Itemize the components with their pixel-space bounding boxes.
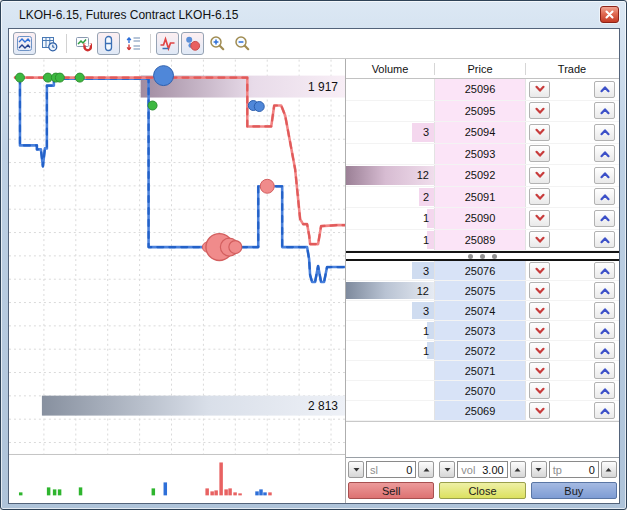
sell-at-price-button[interactable]: [529, 102, 550, 119]
tp-decrement-button[interactable]: [531, 461, 547, 478]
buy-at-price-button[interactable]: [594, 402, 615, 419]
buy-at-price-button[interactable]: [594, 145, 615, 162]
buy-at-price-button[interactable]: [594, 382, 615, 399]
buy-at-price-button[interactable]: [594, 231, 615, 248]
price-cell[interactable]: 25095: [435, 101, 526, 122]
sl-increment-button[interactable]: [418, 461, 434, 478]
vol-field[interactable]: vol 3.00: [457, 461, 507, 478]
sell-at-price-button[interactable]: [529, 124, 550, 141]
sell-at-price-button[interactable]: [529, 342, 550, 359]
buy-at-price-button[interactable]: [594, 210, 615, 227]
sl-decrement-button[interactable]: [348, 461, 364, 478]
price-cell[interactable]: 25076: [435, 261, 526, 280]
price-cell[interactable]: 25093: [435, 144, 526, 165]
dom-chart-area: 1 9172 813: [9, 59, 345, 503]
buy-at-price-button[interactable]: [594, 302, 615, 319]
trade-controls: sl 0 vol 3.00: [346, 457, 619, 503]
buy-at-price-button[interactable]: [594, 282, 615, 299]
chart-settings-button[interactable]: [72, 32, 95, 55]
close-button[interactable]: [600, 6, 619, 23]
triangle-up-icon: [513, 465, 522, 474]
sell-at-price-button[interactable]: [529, 382, 550, 399]
price-cell[interactable]: 25096: [435, 79, 526, 100]
sl-field[interactable]: sl 0: [366, 461, 416, 478]
price-line-button[interactable]: [156, 32, 179, 55]
close-position-button[interactable]: Close: [439, 482, 525, 499]
bid-rows: 3250761225075325074125073125072250712507…: [346, 261, 619, 422]
tp-field[interactable]: tp 0: [549, 461, 599, 478]
buy-at-price-button[interactable]: [594, 342, 615, 359]
triangle-down-icon: [443, 465, 452, 474]
sell-at-price-button[interactable]: [529, 322, 550, 339]
dom-row-bid: 125072: [346, 341, 619, 361]
histogram-bar: [79, 487, 82, 495]
volume-cell: [346, 101, 435, 122]
zoom-out-button[interactable]: [231, 32, 254, 55]
toolbar-separator: [150, 34, 151, 53]
buy-at-price-button[interactable]: [594, 322, 615, 339]
sell-at-price-button[interactable]: [529, 231, 550, 248]
price-cell[interactable]: 25092: [435, 165, 526, 186]
window-title: LKOH-6.15, Futures Contract LKOH-6.15: [19, 8, 238, 22]
zoom-in-button[interactable]: [206, 32, 229, 55]
dom-row-ask: 25096: [346, 79, 619, 101]
sell-at-price-button[interactable]: [529, 81, 550, 98]
price-cell[interactable]: 25073: [435, 321, 526, 340]
price-cell[interactable]: 25069: [435, 401, 526, 420]
buy-at-price-button[interactable]: [594, 81, 615, 98]
volume-cell: 1: [346, 341, 435, 360]
price-cell[interactable]: 25071: [435, 361, 526, 380]
deals-bubbles-button[interactable]: [181, 32, 204, 55]
volume-value: 1: [423, 325, 434, 337]
sell-at-price-button[interactable]: [529, 302, 550, 319]
price-cell[interactable]: 25074: [435, 301, 526, 320]
trade-cell: [526, 381, 618, 400]
sell-at-price-button[interactable]: [529, 402, 550, 419]
buy-at-price-button[interactable]: [594, 188, 615, 205]
sell-at-price-button[interactable]: [529, 262, 550, 279]
buy-at-price-button[interactable]: [594, 102, 615, 119]
price-cell[interactable]: 25090: [435, 208, 526, 229]
sell-at-price-button[interactable]: [529, 145, 550, 162]
price-cell[interactable]: 25094: [435, 122, 526, 143]
chart-zigzag-icon: [16, 35, 33, 52]
buy-at-price-button[interactable]: [594, 124, 615, 141]
volume-cell: 1: [346, 321, 435, 340]
take-profit-stepper: tp 0: [531, 461, 617, 478]
vol-increment-button[interactable]: [510, 461, 526, 478]
vol-decrement-button[interactable]: [439, 461, 455, 478]
buy-button[interactable]: Buy: [531, 482, 617, 499]
sell-at-price-button[interactable]: [529, 210, 550, 227]
tp-increment-button[interactable]: [601, 461, 617, 478]
volume-value: 2: [423, 191, 434, 203]
dom-view-button[interactable]: [97, 32, 120, 55]
chart-mode-button[interactable]: [13, 32, 36, 55]
volume-cell: [346, 361, 435, 380]
sell-at-price-button[interactable]: [529, 362, 550, 379]
depth-of-market-panel: Volume Price Trade 250962509532509425093…: [346, 59, 619, 503]
time-sales-button[interactable]: [38, 32, 61, 55]
volume-cell: 3: [346, 122, 435, 143]
sell-at-price-button[interactable]: [529, 282, 550, 299]
green-bubble-icon: [55, 73, 64, 82]
green-bubble-icon: [75, 73, 84, 82]
sell-button[interactable]: Sell: [348, 482, 434, 499]
zoom-in-icon: [209, 35, 226, 52]
price-cell[interactable]: 25072: [435, 341, 526, 360]
buy-at-price-button[interactable]: [594, 262, 615, 279]
buy-at-price-button[interactable]: [594, 167, 615, 184]
price-cell[interactable]: 25089: [435, 230, 526, 251]
buy-at-price-button[interactable]: [594, 362, 615, 379]
sell-at-price-button[interactable]: [529, 188, 550, 205]
chevron-down-icon: [534, 128, 546, 136]
order-lines-button[interactable]: [122, 32, 145, 55]
sell-at-price-button[interactable]: [529, 167, 550, 184]
price-cell[interactable]: 25091: [435, 187, 526, 208]
price-cell[interactable]: 25070: [435, 381, 526, 400]
bubbles-icon: [184, 35, 201, 52]
price-cell[interactable]: 25075: [435, 281, 526, 300]
trade-cell: [526, 401, 618, 420]
toolbar: [9, 29, 619, 59]
chevron-up-icon: [599, 307, 611, 315]
trade-cell: [526, 261, 618, 280]
